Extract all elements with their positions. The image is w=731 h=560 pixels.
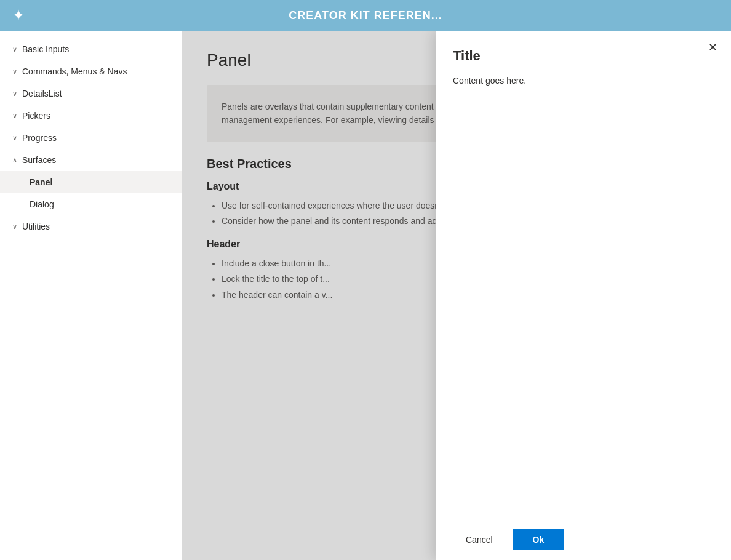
ok-button[interactable]: Ok — [513, 529, 564, 550]
sidebar-item-label: Basic Inputs — [22, 44, 69, 54]
dialog-body: Title Content goes here. — [436, 31, 731, 519]
top-bar: ✦ CREATOR KIT REFEREN... — [0, 0, 731, 31]
main-layout: ∨ Basic Inputs ∨ Commands, Menus & Navs … — [0, 31, 731, 560]
chevron-down-icon: ∨ — [12, 134, 17, 142]
sidebar-item-progress[interactable]: ∨ Progress — [0, 127, 182, 149]
sidebar: ∨ Basic Inputs ∨ Commands, Menus & Navs … — [0, 31, 182, 560]
sidebar-item-label: Commands, Menus & Navs — [22, 66, 127, 76]
sidebar-item-pickers[interactable]: ∨ Pickers — [0, 105, 182, 127]
sidebar-item-label: Utilities — [22, 222, 50, 231]
chevron-down-icon: ∨ — [12, 112, 17, 120]
dialog-footer: Cancel Ok — [436, 519, 731, 560]
dialog-panel: ✕ Title Content goes here. Cancel Ok — [436, 31, 731, 560]
chevron-down-icon: ∨ — [12, 68, 17, 76]
dialog-title: Title — [453, 48, 714, 64]
dialog-close-button[interactable]: ✕ — [706, 39, 720, 55]
paw-icon: ✦ — [12, 7, 25, 24]
sidebar-item-details-list[interactable]: ∨ DetailsList — [0, 82, 182, 105]
cancel-button[interactable]: Cancel — [453, 529, 506, 550]
chevron-down-icon: ∨ — [12, 223, 17, 231]
chevron-down-icon: ∨ — [12, 46, 17, 54]
dialog-content-text: Content goes here. — [453, 74, 714, 87]
sidebar-item-label: Progress — [22, 133, 57, 143]
sidebar-item-commands-menus-navs[interactable]: ∨ Commands, Menus & Navs — [0, 60, 182, 82]
sidebar-item-utilities[interactable]: ∨ Utilities — [0, 215, 182, 238]
sidebar-sub-item-dialog[interactable]: Dialog — [0, 193, 182, 215]
sidebar-item-label: Pickers — [22, 111, 50, 121]
sidebar-item-label: Surfaces — [22, 155, 56, 165]
sidebar-item-basic-inputs[interactable]: ∨ Basic Inputs — [0, 38, 182, 60]
chevron-up-icon: ∧ — [12, 156, 17, 164]
sidebar-sub-item-label: Panel — [30, 177, 52, 187]
sidebar-item-surfaces[interactable]: ∧ Surfaces — [0, 149, 182, 171]
sidebar-sub-item-panel[interactable]: Panel — [0, 171, 182, 193]
content-area: Panel Panels are overlays that contain s… — [182, 31, 731, 560]
sidebar-item-label: DetailsList — [22, 89, 62, 98]
chevron-down-icon: ∨ — [12, 90, 17, 98]
sidebar-sub-item-label: Dialog — [30, 199, 54, 209]
app-title: CREATOR KIT REFEREN... — [289, 9, 442, 22]
